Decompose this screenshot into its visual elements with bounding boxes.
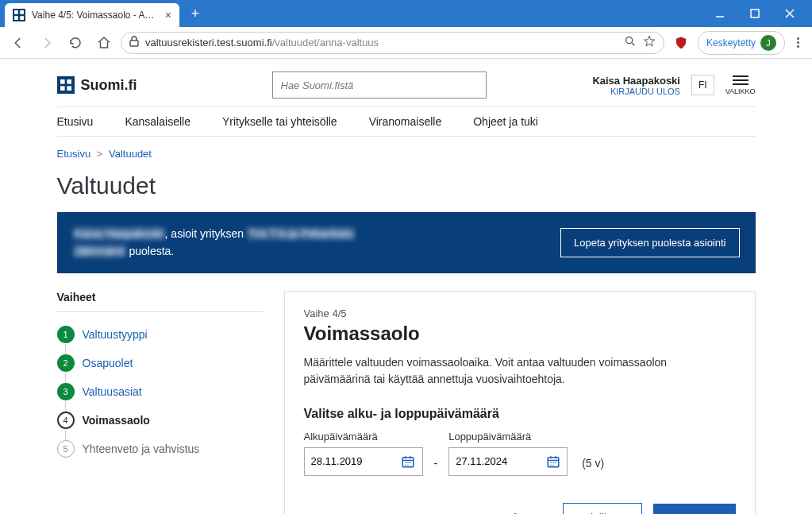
breadcrumb-item[interactable]: Valtuudet: [109, 148, 152, 160]
svg-rect-11: [60, 79, 65, 84]
breadcrumb: Etusivu > Valtuudet: [57, 137, 756, 164]
browser-menu-button[interactable]: [790, 37, 806, 48]
steps-panel: Vaiheet 1 Valtuustyyppi 2 Osapuolet 3 Va…: [57, 291, 264, 514]
svg-point-32: [552, 462, 554, 464]
duration-label: (5 v): [574, 457, 604, 476]
svg-rect-8: [130, 41, 138, 46]
home-button[interactable]: [92, 31, 116, 55]
site-logo[interactable]: Suomi.fi: [57, 76, 137, 94]
svg-point-35: [552, 465, 554, 466]
previous-button[interactable]: Edellinen: [563, 503, 642, 514]
close-window-button[interactable]: [772, 2, 807, 25]
maximize-button[interactable]: [737, 2, 772, 25]
star-icon[interactable]: [643, 35, 656, 50]
nav-item-ohjeet[interactable]: Ohjeet ja tuki: [473, 115, 538, 128]
url-host: valtuusrekisteri.test.suomi.fi: [145, 37, 272, 48]
banner-user-name: Kaisa Haapakoski: [73, 227, 165, 240]
url-path: /valtuudet/anna-valtuus: [272, 37, 379, 48]
menu-button[interactable]: VALIKKO: [725, 75, 756, 95]
new-tab-button[interactable]: +: [184, 2, 206, 25]
stop-acting-button[interactable]: Lopeta yrityksen puolesta asiointi: [560, 228, 740, 257]
date-section-title: Valitse alku- ja loppupäivämäärä: [304, 407, 736, 421]
cancel-button[interactable]: Keskeytä: [483, 504, 552, 514]
logo-text: Suomi.fi: [81, 77, 137, 94]
url-bar[interactable]: valtuusrekisteri.test.suomi.fi/valtuudet…: [121, 32, 664, 54]
back-button[interactable]: [6, 31, 30, 55]
avatar: J: [760, 35, 776, 51]
forward-button[interactable]: [35, 31, 59, 55]
nav-item-yritykselle[interactable]: Yritykselle tai yhteisölle: [222, 115, 337, 128]
svg-point-24: [410, 462, 411, 464]
start-date-label: Alkupäivämäärä: [304, 431, 423, 443]
svg-point-31: [550, 462, 552, 464]
svg-point-25: [405, 465, 406, 466]
page-title: Valtuudet: [57, 172, 756, 199]
search-input[interactable]: [272, 71, 487, 99]
logout-link[interactable]: KIRJAUDU ULOS: [592, 87, 680, 96]
svg-point-23: [407, 462, 409, 464]
paused-label: Keskeytetty: [706, 37, 756, 48]
reload-button[interactable]: [63, 31, 87, 55]
nav-item-viranomaiselle[interactable]: Viranomaiselle: [369, 115, 442, 128]
zoom-icon[interactable]: [624, 35, 637, 50]
next-button[interactable]: Seuraava: [653, 504, 736, 514]
main-nav: Etusivu Kansalaiselle Yritykselle tai yh…: [57, 106, 756, 137]
user-name: Kaisa Haapakoski: [592, 75, 680, 87]
banner-org-line2: Jäkinnämi: [73, 245, 126, 257]
svg-point-9: [626, 37, 633, 44]
acting-on-behalf-banner: Kaisa Haapakoski, asioit yrityksen Tmi T…: [57, 212, 756, 273]
browser-chrome: Vaihe 4/5: Voimassaolo - Anna v × + valt…: [0, 0, 812, 59]
lock-icon: [129, 36, 139, 49]
step-osapuolet[interactable]: 2 Osapuolet: [57, 349, 264, 377]
banner-org-name: Tmi T-k-ja Pekankatu: [247, 227, 355, 240]
svg-rect-12: [67, 79, 71, 84]
steps-title: Vaiheet: [57, 291, 264, 312]
tab-favicon: [13, 9, 25, 21]
browser-tab[interactable]: Vaihe 4/5: Voimassaolo - Anna v ×: [5, 3, 179, 27]
nav-item-kansalaiselle[interactable]: Kansalaiselle: [125, 115, 190, 128]
end-calendar-icon[interactable]: [538, 448, 567, 475]
end-date-label: Loppupäivämäärä: [448, 431, 568, 443]
svg-rect-5: [751, 10, 759, 17]
nav-item-etusivu[interactable]: Etusivu: [57, 115, 94, 128]
svg-rect-13: [60, 86, 65, 91]
panel-description: Määrittele valtuuden voimassaoloaika. Vo…: [304, 354, 736, 388]
svg-point-22: [405, 462, 406, 464]
panel-title: Voimassaolo: [304, 323, 736, 345]
profile-chip[interactable]: Keskeytetty J: [698, 31, 785, 55]
svg-point-26: [407, 465, 409, 466]
step-voimassaolo: 4 Voimassaolo: [57, 406, 264, 435]
svg-rect-14: [67, 86, 71, 91]
language-button[interactable]: FI: [691, 75, 714, 95]
close-tab-icon[interactable]: ×: [165, 9, 171, 21]
svg-point-34: [550, 465, 552, 466]
start-date-input[interactable]: [305, 455, 394, 467]
step-valtuustyyppi[interactable]: 1 Valtuustyyppi: [57, 320, 264, 349]
svg-rect-0: [14, 10, 18, 14]
svg-rect-2: [14, 16, 18, 20]
logo-icon: [57, 76, 75, 94]
end-date-input[interactable]: [449, 455, 538, 467]
step-indicator: Vaihe 4/5: [304, 307, 736, 319]
step-yhteenveto: 5 Yhteenveto ja vahvistus: [57, 435, 264, 463]
svg-point-33: [555, 462, 556, 464]
breadcrumb-item[interactable]: Etusivu: [57, 148, 91, 160]
date-separator: -: [429, 457, 443, 476]
svg-rect-3: [20, 16, 24, 20]
minimize-button[interactable]: [702, 2, 737, 25]
adblock-icon[interactable]: [669, 36, 693, 50]
step-valtuusasiat[interactable]: 3 Valtuusasiat: [57, 377, 264, 406]
start-calendar-icon[interactable]: [394, 448, 422, 475]
tab-title: Vaihe 4/5: Voimassaolo - Anna v: [32, 10, 157, 21]
svg-rect-1: [20, 10, 24, 14]
svg-line-10: [632, 43, 634, 45]
main-panel: Vaihe 4/5 Voimassaolo Määrittele valtuud…: [284, 291, 756, 514]
